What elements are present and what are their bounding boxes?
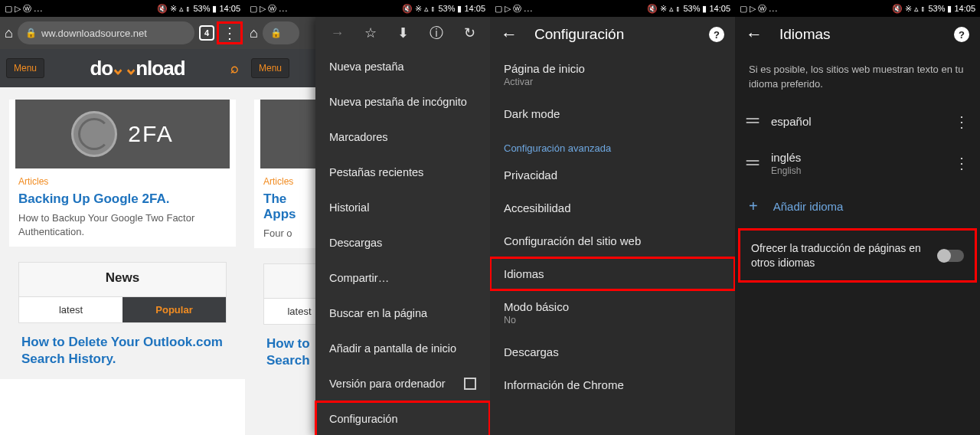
article-thumb: 2FA	[15, 100, 230, 168]
news-widget: News latest Popular	[18, 262, 227, 323]
site-logo[interactable]: do⌄⌄nload	[90, 57, 185, 80]
sublabel: Activar	[504, 77, 721, 87]
download-icon[interactable]: ⬇	[397, 25, 409, 41]
more-icon[interactable]: ⋮	[954, 113, 969, 131]
translate-toggle-row[interactable]: Ofrecer la traducción de páginas en otro…	[740, 231, 975, 281]
menu-share[interactable]: Compartir…	[315, 260, 490, 296]
setting-accessibility[interactable]: Accesibilidad	[490, 191, 735, 224]
status-ellipsis: ...	[524, 4, 533, 13]
battery-icon: ▮	[947, 4, 952, 14]
help-icon[interactable]: ?	[954, 27, 969, 42]
gauth-icon	[71, 111, 117, 157]
setting-basic-mode[interactable]: Modo básico No	[490, 290, 735, 335]
status-time: 14:05	[709, 4, 730, 13]
help-icon[interactable]: ?	[709, 27, 724, 42]
menu-bookmarks[interactable]: Marcadores	[315, 119, 490, 155]
battery-icon: ▮	[457, 4, 462, 14]
status-right-icons: 🔇 ※ ▵ ⫾	[402, 4, 436, 14]
tab-switcher[interactable]: 4	[199, 25, 214, 41]
screenshot-2: ▢ ▷ ⓦ... 🔇 ※ ▵ ⫾53%▮14:05 ⌂ 🔒 Menu Artic…	[245, 0, 490, 435]
info-icon[interactable]: ⓘ	[430, 24, 443, 42]
status-battery: 53%	[438, 4, 455, 13]
t2: Apps	[263, 207, 296, 221]
menu-desktop-label: Versión para ordenador	[329, 378, 446, 390]
status-battery: 53%	[928, 4, 945, 13]
url-text: ww.downloadsource.net	[41, 28, 147, 39]
drag-handle-icon[interactable]: ==	[746, 155, 757, 172]
address-bar[interactable]: 🔒 ww.downloadsource.net	[18, 21, 194, 44]
menu-history[interactable]: Historial	[315, 190, 490, 225]
checkbox-icon[interactable]	[464, 378, 476, 390]
menu-new-tab[interactable]: Nueva pestaña	[315, 49, 490, 84]
translate-highlight: Ofrecer la traducción de páginas en otro…	[738, 228, 977, 283]
menu-downloads[interactable]: Descargas	[315, 225, 490, 260]
tab-latest[interactable]: latest	[19, 297, 122, 322]
forward-icon[interactable]: →	[330, 25, 344, 41]
l1: How to	[266, 336, 310, 351]
browser-toolbar: ⌂ 🔒 ww.downloadsource.net 4 ⋮	[0, 17, 245, 49]
news-heading: News	[19, 263, 226, 296]
menu-settings[interactable]: Configuración	[315, 401, 490, 435]
setting-home-page[interactable]: Página de inicio Activar	[490, 52, 735, 97]
menu-add-homescreen[interactable]: Añadir a pantalla de inicio	[315, 331, 490, 366]
drag-handle-icon[interactable]: ==	[746, 113, 757, 129]
status-right-icons: 🔇 ※ ▵ ⫾	[647, 4, 681, 14]
setting-site-config[interactable]: Configuración del sitio web	[490, 224, 735, 257]
more-menu-icon[interactable]: ⋮	[219, 24, 240, 42]
article-title[interactable]: Backing Up Google 2FA.	[9, 191, 236, 211]
site-menu-button[interactable]: Menu	[251, 58, 289, 78]
menu-find[interactable]: Buscar en la página	[315, 296, 490, 331]
setting-chrome-info[interactable]: Información de Chrome	[490, 368, 735, 401]
status-time: 14:05	[219, 4, 240, 13]
label: Modo básico	[504, 300, 721, 313]
language-item-en[interactable]: == inglés English ⋮	[735, 141, 980, 186]
menu-incognito[interactable]: Nueva pestaña de incógnito	[315, 84, 490, 119]
status-left-icons: ▢ ▷ ⓦ	[5, 3, 31, 15]
address-bar[interactable]: 🔒	[263, 21, 299, 44]
status-left-icons: ▢ ▷ ⓦ	[495, 3, 521, 15]
add-language[interactable]: + Añadir idioma	[735, 186, 980, 227]
menu-recent-tabs[interactable]: Pestañas recientes	[315, 155, 490, 190]
logo-chevron-icon: ⌄⌄	[111, 57, 137, 80]
label: Página de inicio	[504, 62, 721, 75]
status-time: 14:05	[464, 4, 485, 13]
status-left-icons: ▢ ▷ ⓦ	[740, 3, 766, 15]
status-right-icons: 🔇 ※ ▵ ⫾	[157, 4, 191, 14]
logo-part-b: nload	[136, 57, 185, 80]
site-menu-button[interactable]: Menu	[6, 58, 44, 78]
news-tabs: latest Popular	[19, 296, 226, 322]
status-bar: ▢ ▷ ⓦ... 🔇 ※ ▵ ⫾53%▮14:05	[0, 0, 245, 17]
language-item-es[interactable]: == español ⋮	[735, 103, 980, 141]
plus-icon: +	[749, 198, 758, 215]
home-icon[interactable]: ⌂	[5, 25, 13, 41]
setting-privacy[interactable]: Privacidad	[490, 159, 735, 191]
back-icon[interactable]: ←	[501, 25, 518, 44]
lang-block: inglés English	[771, 151, 940, 176]
back-icon[interactable]: ←	[746, 25, 763, 44]
setting-languages[interactable]: Idiomas	[490, 257, 735, 290]
languages-title: Idiomas	[779, 26, 937, 43]
article-card[interactable]: 2FA Articles Backing Up Google 2FA. How …	[9, 100, 236, 247]
status-battery: 53%	[683, 4, 700, 13]
tab-popular[interactable]: Popular	[122, 297, 226, 322]
search-icon[interactable]: ⌕	[230, 61, 239, 77]
menu-desktop-site[interactable]: Versión para ordenador	[315, 366, 490, 401]
status-ellipsis: ...	[769, 4, 778, 13]
reload-icon[interactable]: ↻	[464, 25, 475, 41]
screenshot-1: ▢ ▷ ⓦ... 🔇 ※ ▵ ⫾53%▮14:05 ⌂ 🔒 ww.downloa…	[0, 0, 245, 435]
star-icon[interactable]: ☆	[364, 25, 377, 41]
toggle-switch[interactable]	[938, 250, 964, 262]
toggle-label: Ofrecer la traducción de páginas en otro…	[751, 241, 930, 270]
content-area: 2FA Articles Backing Up Google 2FA. How …	[0, 87, 245, 379]
news-link[interactable]: How to Delete Your Outlook.com Search Hi…	[9, 323, 236, 378]
setting-downloads[interactable]: Descargas	[490, 335, 735, 368]
status-ellipsis: ...	[34, 4, 43, 13]
more-icon[interactable]: ⋮	[954, 154, 969, 172]
setting-dark-mode[interactable]: Dark mode	[490, 97, 735, 130]
home-icon[interactable]: ⌂	[250, 25, 258, 41]
languages-header: ← Idiomas ?	[735, 17, 980, 52]
battery-icon: ▮	[702, 4, 707, 14]
article-category[interactable]: Articles	[9, 168, 236, 191]
lock-icon: 🔒	[270, 28, 282, 38]
status-ellipsis: ...	[279, 4, 288, 13]
